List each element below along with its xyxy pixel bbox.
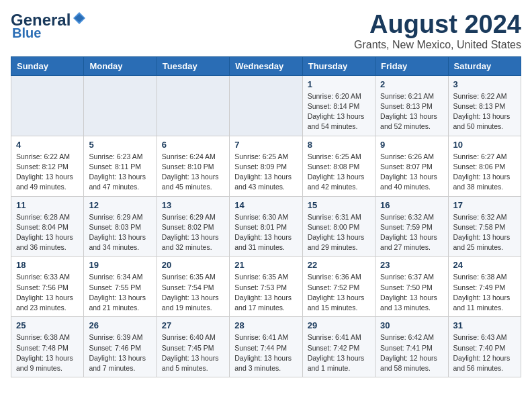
- day-number: 9: [380, 140, 443, 150]
- calendar-cell: 27Sunrise: 6:40 AM Sunset: 7:45 PM Dayli…: [157, 317, 229, 377]
- calendar-cell: [84, 75, 157, 136]
- day-info: Sunrise: 6:22 AM Sunset: 8:13 PM Dayligh…: [453, 91, 516, 132]
- page-subtitle: Grants, New Mexico, United States: [354, 39, 521, 51]
- day-number: 29: [308, 320, 370, 330]
- day-number: 13: [162, 200, 224, 210]
- day-info: Sunrise: 6:33 AM Sunset: 7:56 PM Dayligh…: [16, 272, 79, 313]
- calendar-cell: 11Sunrise: 6:28 AM Sunset: 8:04 PM Dayli…: [11, 196, 84, 257]
- day-number: 5: [89, 140, 151, 150]
- calendar-week-3: 11Sunrise: 6:28 AM Sunset: 8:04 PM Dayli…: [11, 196, 521, 257]
- calendar-cell: 13Sunrise: 6:29 AM Sunset: 8:02 PM Dayli…: [157, 196, 229, 257]
- calendar-cell: [230, 75, 302, 136]
- day-number: 16: [380, 200, 443, 210]
- calendar-cell: 20Sunrise: 6:35 AM Sunset: 7:54 PM Dayli…: [157, 257, 229, 317]
- day-number: 30: [380, 320, 443, 330]
- day-number: 31: [453, 320, 516, 330]
- logo-blue: Blue: [12, 26, 41, 41]
- calendar-cell: 17Sunrise: 6:32 AM Sunset: 7:58 PM Dayli…: [448, 196, 521, 257]
- day-info: Sunrise: 6:35 AM Sunset: 7:54 PM Dayligh…: [162, 272, 224, 313]
- day-info: Sunrise: 6:20 AM Sunset: 8:14 PM Dayligh…: [308, 91, 370, 132]
- day-info: Sunrise: 6:28 AM Sunset: 8:04 PM Dayligh…: [16, 212, 79, 253]
- day-number: 15: [308, 200, 370, 210]
- calendar-cell: 2Sunrise: 6:21 AM Sunset: 8:13 PM Daylig…: [375, 75, 448, 136]
- day-number: 24: [453, 260, 516, 270]
- calendar-header-row: SundayMondayTuesdayWednesdayThursdayFrid…: [11, 56, 521, 75]
- day-info: Sunrise: 6:38 AM Sunset: 7:49 PM Dayligh…: [453, 272, 516, 313]
- day-number: 27: [162, 320, 224, 330]
- day-info: Sunrise: 6:40 AM Sunset: 7:45 PM Dayligh…: [162, 332, 224, 373]
- calendar-week-1: 1Sunrise: 6:20 AM Sunset: 8:14 PM Daylig…: [11, 75, 521, 136]
- day-info: Sunrise: 6:37 AM Sunset: 7:50 PM Dayligh…: [380, 272, 443, 313]
- calendar-cell: 28Sunrise: 6:41 AM Sunset: 7:44 PM Dayli…: [230, 317, 302, 377]
- day-info: Sunrise: 6:32 AM Sunset: 7:58 PM Dayligh…: [453, 212, 516, 253]
- weekday-header-saturday: Saturday: [448, 56, 521, 75]
- calendar-cell: 9Sunrise: 6:26 AM Sunset: 8:07 PM Daylig…: [375, 136, 448, 196]
- day-info: Sunrise: 6:31 AM Sunset: 8:00 PM Dayligh…: [308, 212, 370, 253]
- day-info: Sunrise: 6:41 AM Sunset: 7:42 PM Dayligh…: [308, 332, 370, 373]
- day-number: 12: [89, 200, 151, 210]
- day-info: Sunrise: 6:38 AM Sunset: 7:48 PM Dayligh…: [16, 332, 79, 373]
- calendar-cell: 7Sunrise: 6:25 AM Sunset: 8:09 PM Daylig…: [230, 136, 302, 196]
- day-number: 8: [308, 140, 370, 150]
- calendar-week-2: 4Sunrise: 6:22 AM Sunset: 8:12 PM Daylig…: [11, 136, 521, 196]
- calendar-cell: 19Sunrise: 6:34 AM Sunset: 7:55 PM Dayli…: [84, 257, 157, 317]
- weekday-header-friday: Friday: [375, 56, 448, 75]
- day-number: 1: [308, 79, 370, 89]
- weekday-header-sunday: Sunday: [11, 56, 84, 75]
- calendar-cell: [11, 75, 84, 136]
- svg-marker-1: [75, 14, 84, 22]
- day-info: Sunrise: 6:42 AM Sunset: 7:41 PM Dayligh…: [380, 332, 443, 373]
- day-info: Sunrise: 6:29 AM Sunset: 8:02 PM Dayligh…: [162, 212, 224, 253]
- day-info: Sunrise: 6:27 AM Sunset: 8:06 PM Dayligh…: [453, 152, 516, 193]
- calendar-cell: 4Sunrise: 6:22 AM Sunset: 8:12 PM Daylig…: [11, 136, 84, 196]
- day-info: Sunrise: 6:35 AM Sunset: 7:53 PM Dayligh…: [234, 272, 297, 313]
- day-info: Sunrise: 6:23 AM Sunset: 8:11 PM Dayligh…: [89, 152, 151, 193]
- calendar-cell: 18Sunrise: 6:33 AM Sunset: 7:56 PM Dayli…: [11, 257, 84, 317]
- day-number: 7: [234, 140, 297, 150]
- day-number: 18: [16, 260, 79, 270]
- calendar-table: SundayMondayTuesdayWednesdayThursdayFrid…: [11, 56, 521, 377]
- day-number: 21: [234, 260, 297, 270]
- calendar-cell: 10Sunrise: 6:27 AM Sunset: 8:06 PM Dayli…: [448, 136, 521, 196]
- day-info: Sunrise: 6:25 AM Sunset: 8:09 PM Dayligh…: [234, 152, 297, 193]
- weekday-header-thursday: Thursday: [302, 56, 375, 75]
- calendar-cell: 5Sunrise: 6:23 AM Sunset: 8:11 PM Daylig…: [84, 136, 157, 196]
- logo: General Blue: [11, 11, 87, 41]
- day-number: 10: [453, 140, 516, 150]
- day-info: Sunrise: 6:29 AM Sunset: 8:03 PM Dayligh…: [89, 212, 151, 253]
- page-header: General Blue August 2024 Grants, New Mex…: [11, 11, 521, 51]
- weekday-header-tuesday: Tuesday: [157, 56, 229, 75]
- calendar-cell: 8Sunrise: 6:25 AM Sunset: 8:08 PM Daylig…: [302, 136, 375, 196]
- calendar-cell: 3Sunrise: 6:22 AM Sunset: 8:13 PM Daylig…: [448, 75, 521, 136]
- calendar-cell: 21Sunrise: 6:35 AM Sunset: 7:53 PM Dayli…: [230, 257, 302, 317]
- day-info: Sunrise: 6:22 AM Sunset: 8:12 PM Dayligh…: [16, 152, 79, 193]
- weekday-header-monday: Monday: [84, 56, 157, 75]
- calendar-cell: 14Sunrise: 6:30 AM Sunset: 8:01 PM Dayli…: [230, 196, 302, 257]
- day-number: 4: [16, 140, 79, 150]
- calendar-cell: 15Sunrise: 6:31 AM Sunset: 8:00 PM Dayli…: [302, 196, 375, 257]
- day-info: Sunrise: 6:25 AM Sunset: 8:08 PM Dayligh…: [308, 152, 370, 193]
- calendar-cell: 25Sunrise: 6:38 AM Sunset: 7:48 PM Dayli…: [11, 317, 84, 377]
- day-number: 6: [162, 140, 224, 150]
- weekday-header-wednesday: Wednesday: [230, 56, 302, 75]
- calendar-cell: [157, 75, 229, 136]
- day-number: 3: [453, 79, 516, 89]
- calendar-cell: 29Sunrise: 6:41 AM Sunset: 7:42 PM Dayli…: [302, 317, 375, 377]
- day-number: 20: [162, 260, 224, 270]
- day-number: 23: [380, 260, 443, 270]
- day-info: Sunrise: 6:30 AM Sunset: 8:01 PM Dayligh…: [234, 212, 297, 253]
- calendar-cell: 16Sunrise: 6:32 AM Sunset: 7:59 PM Dayli…: [375, 196, 448, 257]
- calendar-cell: 26Sunrise: 6:39 AM Sunset: 7:46 PM Dayli…: [84, 317, 157, 377]
- day-info: Sunrise: 6:36 AM Sunset: 7:52 PM Dayligh…: [308, 272, 370, 313]
- calendar-cell: 24Sunrise: 6:38 AM Sunset: 7:49 PM Dayli…: [448, 257, 521, 317]
- calendar-cell: 23Sunrise: 6:37 AM Sunset: 7:50 PM Dayli…: [375, 257, 448, 317]
- page-title: August 2024: [354, 11, 521, 39]
- day-info: Sunrise: 6:21 AM Sunset: 8:13 PM Dayligh…: [380, 91, 443, 132]
- calendar-cell: 22Sunrise: 6:36 AM Sunset: 7:52 PM Dayli…: [302, 257, 375, 317]
- logo-icon: [72, 11, 87, 26]
- day-number: 28: [234, 320, 297, 330]
- calendar-cell: 30Sunrise: 6:42 AM Sunset: 7:41 PM Dayli…: [375, 317, 448, 377]
- day-info: Sunrise: 6:43 AM Sunset: 7:40 PM Dayligh…: [453, 332, 516, 373]
- day-info: Sunrise: 6:32 AM Sunset: 7:59 PM Dayligh…: [380, 212, 443, 253]
- calendar-cell: 1Sunrise: 6:20 AM Sunset: 8:14 PM Daylig…: [302, 75, 375, 136]
